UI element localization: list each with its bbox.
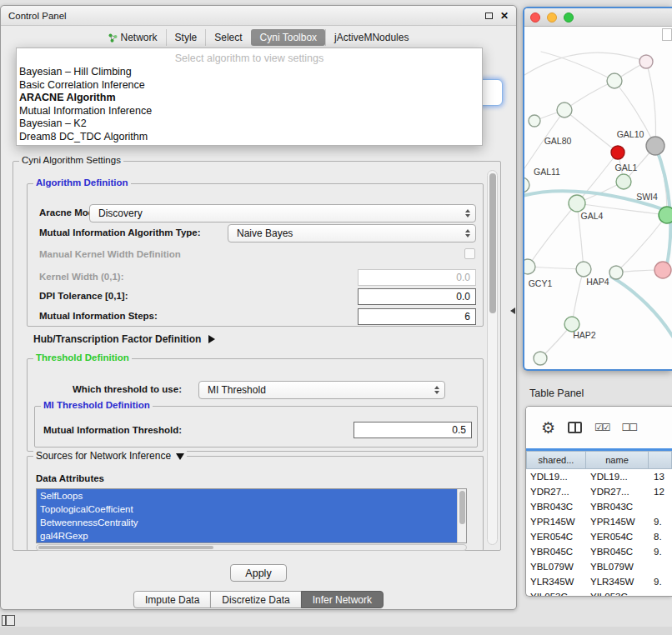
network-canvas-area[interactable]: GAL80GAL11GAL10GAL1GAL4SWI4GCY1HAP4HAP2 [524, 27, 672, 369]
bottom-strip [0, 627, 672, 635]
algorithm-option[interactable]: ARACNE Algorithm [17, 92, 482, 105]
network-node[interactable] [524, 259, 535, 274]
attributes-h-scrollbar-thumb[interactable] [38, 546, 213, 549]
data-attributes-list[interactable]: SelfLoopsTopologicalCoefficientBetweenne… [36, 488, 467, 543]
attribute-item[interactable]: gal4RGexp [37, 529, 457, 542]
sources-title[interactable]: Sources for Network Inference [33, 450, 187, 462]
network-node[interactable] [529, 115, 540, 127]
network-node[interactable] [557, 102, 572, 118]
zoom-traffic-icon[interactable] [564, 12, 574, 22]
data-attributes-title: Data Attributes [36, 473, 104, 483]
settings-scrollbar[interactable] [487, 170, 498, 545]
close-traffic-icon[interactable] [530, 12, 540, 22]
attribute-item[interactable]: SelfLoops [37, 489, 457, 502]
tab-style[interactable]: Style [166, 29, 206, 46]
table-cell: 8. [649, 529, 672, 544]
table-row[interactable]: YBL079WYBL079W [526, 559, 672, 574]
kernel-width-value: 0.0 [456, 272, 470, 283]
node-label: HAP4 [586, 277, 609, 287]
attributes-h-scrollbar[interactable] [36, 544, 467, 551]
algorithm-option[interactable]: Basic Correlation Inference [17, 79, 482, 92]
control-panel-titlebar[interactable]: Control Panel ✕ [1, 6, 516, 26]
tab-select[interactable]: Select [205, 29, 250, 46]
kernel-width-field[interactable]: 0.0 [358, 269, 476, 286]
tab-jactivemnodules[interactable]: jActiveMNodules [325, 29, 417, 46]
network-node[interactable] [534, 352, 547, 365]
table-cell: 9. [649, 574, 672, 589]
network-node[interactable] [576, 262, 591, 277]
bottom-tab-discretize-data[interactable]: Discretize Data [210, 591, 301, 608]
column-header[interactable]: shared... [526, 451, 586, 469]
bottom-tab-impute-data[interactable]: Impute Data [133, 591, 211, 608]
network-node[interactable] [646, 137, 664, 155]
network-edge [564, 81, 614, 110]
algorithm-option[interactable]: Bayesian – Hill Climbing [17, 66, 482, 79]
threshold-definition-group: Threshold Definition Which threshold to … [27, 358, 484, 452]
attributes-scrollbar-thumb[interactable] [459, 491, 465, 524]
sources-title-text: Sources for Network Inference [36, 450, 171, 462]
settings-scrollbar-thumb[interactable] [489, 173, 496, 313]
network-node[interactable] [524, 178, 529, 192]
aracne-mode-select[interactable]: Discovery [89, 204, 476, 222]
control-panel-window: Control Panel ✕ NetworkStyleSelectCyni T… [0, 5, 517, 610]
attributes-scrollbar[interactable] [457, 489, 466, 542]
table-cell: YBL079W [526, 559, 586, 574]
table-row[interactable]: YER054CYER054C8. [526, 529, 672, 544]
attribute-item[interactable]: BetweennessCentrality [37, 516, 457, 529]
dpi-tolerance-field[interactable]: 0.0 [358, 288, 476, 305]
attribute-item[interactable]: TopologicalCoefficient [37, 502, 457, 516]
algorithm-option[interactable]: Bayesian – K2 [17, 118, 482, 131]
network-node[interactable] [609, 266, 623, 279]
network-canvas[interactable]: GAL80GAL11GAL10GAL1GAL4SWI4GCY1HAP4HAP2 [524, 27, 672, 371]
table-row[interactable]: YIL053CYIL053C [526, 589, 672, 597]
mi-algorithm-type-label: Mutual Information Algorithm Type: [39, 228, 201, 238]
tab-label: Network [121, 32, 158, 43]
bottom-tab-infer-network[interactable]: Infer Network [301, 591, 384, 608]
algorithm-option[interactable]: Mutual Information Inference [17, 105, 482, 118]
select-none-icon[interactable]: ☐☐ [622, 422, 637, 433]
column-chooser-icon[interactable] [568, 422, 582, 433]
network-node[interactable] [654, 262, 671, 278]
table-cell [649, 559, 672, 574]
close-icon[interactable]: ✕ [500, 11, 509, 21]
table-cell: YIL053C [586, 589, 649, 597]
gear-icon[interactable]: ⚙ [541, 420, 555, 436]
tab-cyni-toolbox[interactable]: Cyni Toolbox [251, 29, 325, 46]
network-node[interactable] [611, 146, 624, 159]
table-row[interactable]: YBR043CYBR043C [526, 499, 672, 514]
network-window-titlebar[interactable] [524, 8, 672, 27]
network-node[interactable] [639, 55, 653, 68]
select-all-checked-icon[interactable]: ☑☑ [594, 422, 609, 433]
network-node[interactable] [659, 207, 672, 223]
table-row[interactable]: YBR045CYBR045C9. [526, 544, 672, 559]
column-header[interactable] [648, 451, 672, 469]
collapse-down-icon[interactable] [176, 453, 184, 460]
mi-threshold-field[interactable]: 0.5 [354, 422, 472, 438]
dock-panel-icon[interactable] [2, 615, 15, 626]
table-row[interactable]: YPR145WYPR145W9. [526, 514, 672, 529]
table-cell: YLR345W [526, 574, 586, 589]
table-row[interactable]: YDR27...YDR27...12 [526, 484, 672, 499]
network-node[interactable] [607, 73, 622, 88]
table-cell: YBR043C [586, 499, 649, 514]
table-row[interactable]: YLR345WYLR345W9. [526, 574, 672, 589]
tab-network[interactable]: Network [100, 29, 166, 46]
which-threshold-select[interactable]: MI Threshold [198, 381, 445, 399]
manual-kernel-width-checkbox[interactable] [464, 248, 475, 259]
table-cell: YBR045C [586, 544, 649, 559]
network-node[interactable] [569, 195, 585, 212]
algorithm-option[interactable]: Dream8 DC_TDC Algorithm [17, 131, 482, 144]
column-header[interactable]: name [585, 451, 649, 469]
mi-steps-field[interactable]: 6 [358, 308, 476, 325]
expand-right-icon[interactable] [208, 335, 215, 343]
minimize-traffic-icon[interactable] [547, 12, 557, 22]
algorithm-dropdown-popup: Select algorithm to view settings Bayesi… [16, 48, 483, 146]
apply-button[interactable]: Apply [230, 564, 287, 582]
float-window-icon[interactable] [485, 12, 493, 19]
table-row[interactable]: YDL19...YDL19...13 [526, 469, 672, 484]
splitter-collapse-handle[interactable] [510, 308, 515, 314]
hub-transcription-factor-section[interactable]: Hub/Transcription Factor Definition [33, 333, 215, 345]
network-edge [528, 267, 584, 269]
network-node[interactable] [616, 174, 631, 189]
mi-algorithm-type-select[interactable]: Naive Bayes [228, 224, 476, 242]
